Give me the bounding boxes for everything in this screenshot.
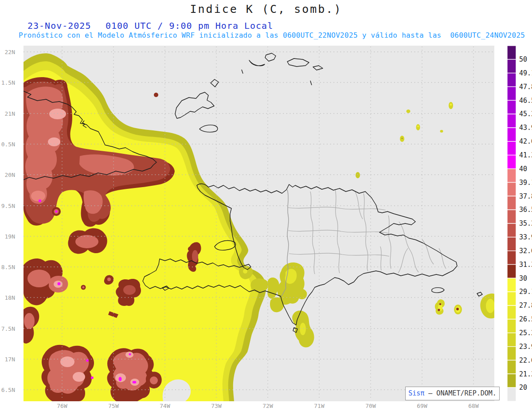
colorbar-segment (507, 292, 516, 305)
colorbar-segment (507, 141, 516, 155)
colorbar-tick-label: 45.2 (519, 110, 532, 118)
map-plot-area (17, 46, 496, 401)
colorbar-tick-label: 29.1 (519, 288, 532, 296)
colorbar-tick-label: 22.6 (519, 356, 532, 364)
colorbar-tick-label: 50 (519, 55, 527, 63)
y-axis-tick-label: 17N (5, 356, 15, 363)
colorbar-segment (507, 251, 516, 265)
y-axis-tick-label: 0.5N (1, 141, 15, 148)
y-axis-tick-label: 8.5N (1, 264, 15, 270)
y-axis-tick-label: 19N (5, 233, 15, 240)
x-axis-tick-label: 73W (211, 403, 222, 409)
colorbar-segment (507, 155, 516, 169)
colorbar-tick-label: 49.1 (519, 69, 532, 77)
colorbar: 5049.147.846.545.243.942.641.34039.137.8… (507, 46, 532, 401)
map-canvas: 22N1.5N21N0.5N20N9.5N19N8.5N18N7.5N17N6.… (0, 0, 532, 411)
colorbar-segment (507, 100, 516, 114)
x-axis-tick-label: 75W (108, 403, 119, 409)
colorbar-segment (507, 196, 516, 210)
colorbar-segment (507, 347, 516, 360)
y-axis-tick-label: 1.5N (1, 79, 15, 86)
x-axis-tick-label: 74W (160, 403, 170, 409)
colorbar-segment (507, 333, 516, 347)
colorbar-segment (507, 73, 516, 87)
y-axis-tick-label: 9.5N (1, 203, 15, 209)
attribution-text: – ONAMET/REP.DOM. (428, 389, 497, 397)
colorbar-tick-label: 27.8 (519, 301, 532, 309)
colorbar-segment (507, 223, 516, 237)
x-axis-tick-label: 71W (314, 403, 325, 409)
x-axis-tick-label: 69W (417, 403, 427, 409)
colorbar-tick-label: 30 (519, 274, 527, 282)
colorbar-tick-label: 40 (519, 165, 527, 173)
y-axis-tick-label: 22N (5, 49, 15, 55)
colorbar-tick-label: 33.9 (519, 233, 532, 241)
colorbar-tick-label: 42.6 (519, 137, 532, 145)
x-axis-tick-label: 76W (57, 403, 67, 409)
x-axis-tick-label: 72W (262, 403, 273, 409)
y-axis-tick-label: 21N (5, 110, 15, 117)
colorbar-tick-label: 43.9 (519, 124, 532, 132)
colorbar-segment (507, 114, 516, 128)
colorbar-segment (507, 388, 516, 401)
colorbar-tick-label: 25.2 (519, 329, 532, 337)
colorbar-segment (507, 46, 516, 59)
colorbar-segment (507, 169, 516, 183)
y-axis-tick-label: 7.5N (1, 325, 15, 332)
colorbar-segment (507, 305, 516, 319)
colorbar-tick-label: 20 (519, 384, 527, 391)
colorbar-tick-label: 36.5 (519, 206, 532, 214)
colorbar-tick-label: 31.3 (519, 261, 532, 269)
colorbar-segment (507, 87, 516, 101)
colorbar-segment (507, 278, 516, 292)
y-axis-tick-label: 18N (5, 294, 15, 301)
colorbar-tick-label: 47.8 (519, 83, 532, 91)
colorbar-segment (507, 360, 516, 374)
colorbar-tick-label: 41.3 (519, 151, 532, 159)
attribution-brand: Sisπ (408, 389, 424, 397)
y-axis-tick-label: 6.5N (1, 387, 15, 393)
colorbar-tick-label: 35.2 (519, 219, 532, 227)
colorbar-segment (507, 182, 516, 196)
x-axis: 76W75W74W73W72W71W70W69W68W (57, 403, 479, 409)
attribution-box: Sisπ – ONAMET/REP.DOM. (405, 387, 500, 400)
colorbar-tick-label: 39.1 (519, 179, 532, 187)
colorbar-tick-label: 21.3 (519, 370, 532, 378)
colorbar-segment (507, 237, 516, 251)
colorbar-segment (507, 128, 516, 141)
colorbar-segment (507, 374, 516, 388)
colorbar-tick-label: 37.8 (519, 192, 532, 200)
colorbar-segment (507, 210, 516, 223)
colorbar-tick-label: 23.9 (519, 343, 532, 351)
weather-map-page: Indice K (C, somb.) 23-Nov-2025 0100 UTC… (0, 0, 532, 411)
x-axis-tick-label: 70W (365, 403, 376, 409)
colorbar-segment (507, 319, 516, 333)
colorbar-tick-label: 32.6 (519, 247, 532, 255)
colorbar-tick-label: 26.5 (519, 315, 532, 323)
y-axis-tick-label: 20N (5, 172, 15, 178)
x-axis-tick-label: 68W (468, 403, 479, 409)
colorbar-segment (507, 59, 516, 73)
colorbar-segment (507, 265, 516, 278)
colorbar-tick-label: 46.5 (519, 97, 532, 105)
y-axis: 22N1.5N21N0.5N20N9.5N19N8.5N18N7.5N17N6.… (1, 49, 15, 393)
